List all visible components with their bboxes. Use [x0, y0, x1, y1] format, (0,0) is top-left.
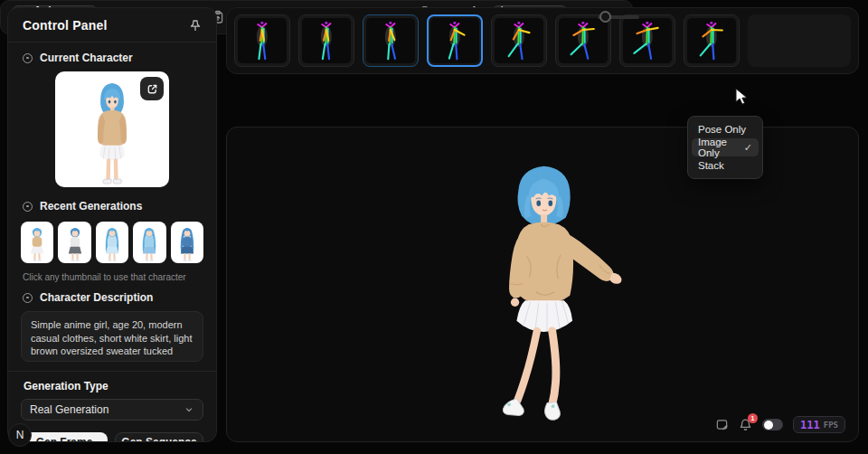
pin-icon: [189, 19, 202, 32]
fps-value: 111: [800, 419, 820, 431]
menu-item-label: Stack: [698, 160, 724, 171]
gen-sequence-button[interactable]: Gen Sequence: [115, 432, 203, 442]
menu-item-label: Pose Only: [698, 124, 746, 135]
fps-badge: 111 FPS: [793, 416, 845, 433]
pose-frame-1[interactable]: [234, 14, 290, 67]
pose-frame-3[interactable]: [363, 14, 419, 67]
panel-edit-icon: [715, 418, 729, 431]
mouse-cursor: [735, 88, 748, 106]
pose-skeleton-image: [687, 18, 736, 63]
pose-skeleton-image: [366, 18, 415, 63]
recent-character-2[interactable]: [58, 222, 90, 263]
view-mode-menu: Pose OnlyImage Only✓Stack: [687, 116, 763, 179]
generation-type-value: Real Generation: [30, 403, 108, 416]
character-description-input[interactable]: Simple anime girl, age 20, modern casual…: [21, 311, 203, 362]
empty-frame-slot: [748, 14, 851, 67]
fps-unit: FPS: [824, 421, 838, 430]
pose-skeleton-image: [430, 18, 479, 63]
pose-skeleton-image: [495, 18, 543, 63]
menu-item-stack[interactable]: Stack: [692, 156, 759, 175]
pose-skeleton-image: [559, 18, 608, 63]
fps-slider-knob[interactable]: [599, 11, 611, 23]
preview-canvas[interactable]: 1 111 FPS: [226, 127, 859, 442]
generated-character-image: [458, 151, 652, 433]
section-target-icon: [23, 202, 33, 212]
pose-frame-5[interactable]: [491, 14, 547, 67]
current-character-label: Current Character: [40, 52, 133, 64]
pose-frame-4[interactable]: [427, 14, 483, 67]
pose-frame-7[interactable]: [619, 14, 675, 67]
canvas-toggle[interactable]: [762, 419, 783, 430]
pose-skeleton-image: [238, 18, 287, 63]
menu-item-image-only[interactable]: Image Only✓: [692, 138, 759, 156]
external-link-icon: [146, 83, 158, 95]
canvas-statusbar: 1 111 FPS: [715, 416, 845, 433]
thumbnail-hint-text: Click any thumbnail to use that characte…: [8, 263, 216, 286]
fps-slider[interactable]: [598, 15, 639, 19]
section-target-icon: [23, 53, 33, 63]
toggle-knob: [764, 421, 773, 430]
pose-frame-8[interactable]: [684, 14, 740, 67]
section-target-icon: [23, 293, 33, 303]
recent-character-4[interactable]: [133, 222, 165, 263]
recent-character-5[interactable]: [171, 222, 203, 263]
current-character-image[interactable]: [55, 71, 169, 187]
character-description-section: Character Description: [8, 286, 216, 309]
panel-edit-button[interactable]: [715, 418, 729, 431]
pose-filmstrip: [226, 7, 859, 74]
pose-skeleton-image: [302, 18, 351, 63]
pose-frame-2[interactable]: [298, 14, 354, 67]
menu-item-label: Image Only: [698, 137, 744, 158]
expand-character-button[interactable]: [140, 77, 164, 100]
notification-badge: 1: [748, 413, 758, 423]
gen-frame-button[interactable]: Gen Frame: [21, 432, 108, 442]
sidebar-header: Control Panel: [8, 8, 216, 43]
menu-item-pose-only[interactable]: Pose Only: [692, 120, 759, 138]
recent-generations-row: [8, 218, 216, 263]
generation-controls: Generation Type Real Generation Gen Fram…: [8, 371, 216, 442]
current-character-section: Current Character: [8, 43, 216, 70]
app-logo[interactable]: N: [8, 423, 32, 447]
pin-panel-button[interactable]: [189, 19, 202, 32]
check-icon: ✓: [744, 142, 752, 154]
recent-generations-section: Recent Generations: [8, 191, 216, 218]
pose-skeleton-image: [623, 18, 672, 63]
character-description-label: Character Description: [40, 291, 153, 304]
recent-generations-label: Recent Generations: [40, 200, 142, 213]
panel-title: Control Panel: [23, 18, 108, 33]
control-panel-sidebar: Control Panel Current Character: [7, 7, 217, 442]
recent-character-3[interactable]: [96, 222, 128, 263]
recent-character-1[interactable]: [21, 222, 53, 263]
notifications-button[interactable]: 1: [739, 418, 752, 431]
chevron-down-icon: [184, 404, 194, 415]
generation-type-label: Generation Type: [21, 380, 203, 393]
generation-type-select[interactable]: Real Generation: [21, 399, 203, 421]
